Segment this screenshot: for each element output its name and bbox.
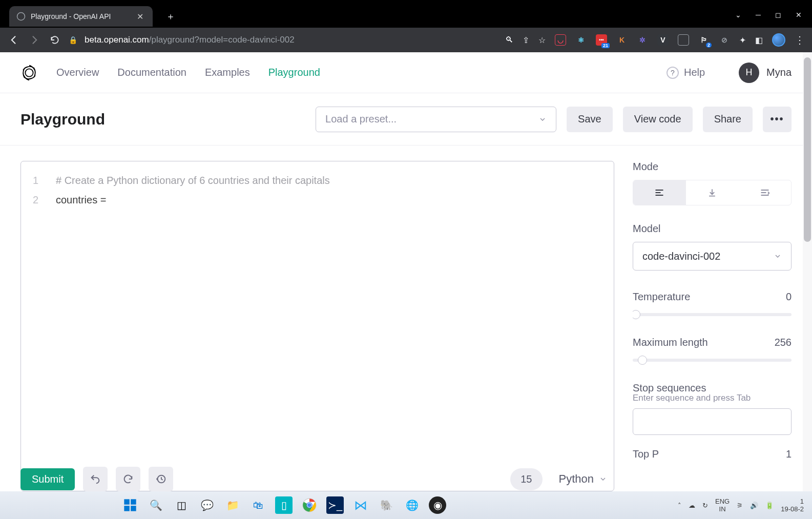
- tray-battery-icon[interactable]: 🔋: [765, 502, 774, 509]
- extensions-puzzle-icon[interactable]: ✦: [739, 35, 746, 45]
- model-select[interactable]: code-davinci-002: [633, 242, 792, 271]
- profile-avatar[interactable]: [772, 33, 785, 47]
- svg-point-11: [307, 503, 311, 507]
- maxlength-label: Maximum length: [633, 337, 708, 348]
- ext-v-icon[interactable]: V: [657, 34, 669, 46]
- new-tab-button[interactable]: ＋: [161, 7, 180, 26]
- nav-forward-button[interactable]: [28, 35, 41, 45]
- temperature-value: 0: [786, 291, 792, 303]
- page-scrollbar[interactable]: [803, 52, 812, 491]
- taskbar-obs-icon[interactable]: ◉: [429, 496, 446, 514]
- temperature-slider[interactable]: [633, 313, 792, 316]
- taskbar-app1-icon[interactable]: ▯: [275, 496, 293, 514]
- line-number: 1: [32, 171, 38, 190]
- nav-overview[interactable]: Overview: [56, 67, 99, 78]
- regenerate-button[interactable]: [116, 467, 140, 491]
- taskbar-vscode-icon[interactable]: ⋈: [352, 496, 369, 514]
- view-code-button[interactable]: View code: [623, 107, 693, 132]
- url-field[interactable]: 🔒 beta.openai.com/playground?model=code-…: [69, 35, 498, 45]
- user-menu[interactable]: H Myna: [739, 63, 792, 83]
- maxlength-slider[interactable]: [633, 359, 792, 362]
- nav-back-button[interactable]: [7, 35, 20, 45]
- page-subheader: Playground Load a preset... Save View co…: [0, 93, 812, 146]
- slider-thumb[interactable]: [633, 310, 640, 319]
- sidepanel-icon[interactable]: ◧: [755, 35, 763, 45]
- taskbar-app2-icon[interactable]: 🌐: [403, 496, 421, 514]
- zoom-icon[interactable]: 🔍︎: [505, 35, 513, 45]
- tray-volume-icon[interactable]: 🔊: [750, 502, 758, 509]
- save-button[interactable]: Save: [567, 107, 613, 132]
- ext-flag-icon[interactable]: 🏳2: [698, 34, 710, 46]
- taskbar-store-icon[interactable]: 🛍: [249, 496, 267, 514]
- svg-rect-5: [124, 506, 130, 511]
- openai-logo-icon[interactable]: [20, 64, 38, 81]
- window-close-icon[interactable]: ✕: [796, 11, 802, 19]
- submit-button[interactable]: Submit: [20, 468, 75, 490]
- tab-close-icon[interactable]: ✕: [135, 12, 145, 22]
- help-link[interactable]: ? Help: [667, 67, 705, 79]
- tray-chevron-icon[interactable]: ˄: [678, 502, 681, 509]
- taskbar-terminal-icon[interactable]: ≻_: [326, 496, 344, 514]
- slider-thumb[interactable]: [638, 356, 647, 365]
- ext-k-icon[interactable]: K: [616, 34, 628, 46]
- ext-pocket-icon[interactable]: ◡: [555, 34, 566, 46]
- mode-label: Mode: [633, 161, 792, 173]
- ext-device-icon[interactable]: [678, 34, 689, 46]
- window-maximize-icon[interactable]: ◻: [775, 11, 781, 19]
- stopseq-label: Stop sequences: [633, 382, 792, 394]
- nav-reload-button[interactable]: [48, 35, 61, 45]
- nav-playground[interactable]: Playground: [268, 67, 320, 78]
- preset-select[interactable]: Load a preset...: [316, 107, 556, 132]
- window-titlebar: [0, 0, 812, 5]
- language-select[interactable]: Python: [559, 472, 608, 486]
- ext-badge-icon[interactable]: •••21: [596, 34, 607, 46]
- stopseq-input[interactable]: [633, 408, 792, 435]
- chevron-down-icon: [538, 115, 547, 123]
- taskbar-taskview-icon[interactable]: ◫: [173, 496, 190, 514]
- taskbar-search-icon[interactable]: 🔍: [147, 496, 164, 514]
- bookmark-star-icon[interactable]: ☆: [538, 35, 546, 45]
- mode-toggle: [633, 180, 792, 205]
- window-minimize-icon[interactable]: ─: [756, 11, 761, 19]
- tray-language[interactable]: ENG IN: [715, 497, 730, 513]
- editor-bottombar: Submit 15 Python: [0, 467, 812, 491]
- nav-examples[interactable]: Examples: [205, 67, 250, 78]
- code-editor[interactable]: 1 # Create a Python dictionary of 6 coun…: [20, 161, 614, 491]
- start-button[interactable]: [121, 496, 139, 514]
- lock-icon: 🔒: [69, 36, 77, 44]
- topp-label: Top P: [633, 448, 659, 460]
- tabs-dropdown-icon[interactable]: ⌄: [735, 11, 741, 19]
- tray-wifi-icon[interactable]: ⚞: [737, 502, 743, 509]
- browser-tab-active[interactable]: Playground - OpenAI API ✕: [9, 6, 153, 27]
- tab-title: Playground - OpenAI API: [31, 12, 130, 20]
- tray-sync-icon[interactable]: ↻: [702, 502, 708, 509]
- taskbar-explorer-icon[interactable]: 📁: [224, 496, 241, 514]
- ext-react-icon[interactable]: ⚛: [575, 34, 587, 46]
- param-stopseq: Stop sequences Enter sequence and press …: [633, 382, 792, 435]
- ext-blocked-icon[interactable]: ⊘: [719, 34, 730, 46]
- mode-insert-button[interactable]: [686, 180, 739, 205]
- scrollbar-thumb[interactable]: [804, 57, 811, 242]
- share-button[interactable]: Share: [703, 107, 753, 132]
- temperature-label: Temperature: [633, 291, 690, 303]
- taskbar-chrome-icon[interactable]: [301, 496, 318, 514]
- tray-datetime[interactable]: 1 19-08-2: [781, 497, 804, 513]
- line-number: 2: [32, 190, 38, 210]
- taskbar-postgres-icon[interactable]: 🐘: [378, 496, 395, 514]
- share-url-icon[interactable]: ⇪: [523, 35, 529, 45]
- mode-edit-button[interactable]: [738, 180, 791, 205]
- nav-documentation[interactable]: Documentation: [117, 67, 186, 78]
- svg-rect-6: [131, 506, 136, 511]
- settings-sidebar: Mode Model code-davinci-002 Temperature …: [633, 161, 792, 491]
- undo-button[interactable]: [83, 467, 108, 491]
- url-text: beta.openai.com/playground?model=code-da…: [85, 35, 295, 45]
- svg-point-0: [17, 13, 25, 20]
- user-name: Myna: [766, 67, 792, 78]
- ext-gear-icon[interactable]: ✲: [637, 34, 648, 46]
- chrome-menu-icon[interactable]: ⋮: [795, 34, 805, 46]
- mode-complete-button[interactable]: [633, 180, 686, 205]
- history-button[interactable]: [149, 467, 173, 491]
- taskbar-chat-icon[interactable]: 💬: [198, 496, 216, 514]
- more-actions-button[interactable]: •••: [763, 107, 792, 132]
- tray-onedrive-icon[interactable]: ☁: [689, 502, 695, 509]
